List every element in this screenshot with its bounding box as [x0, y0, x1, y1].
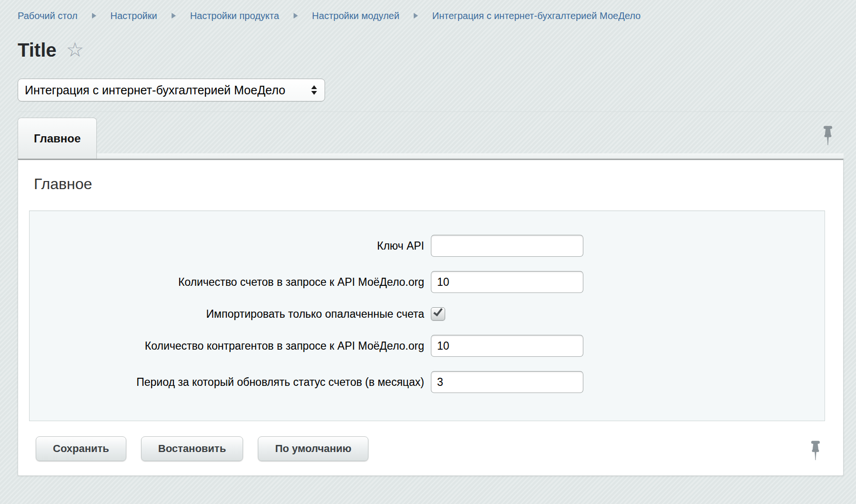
breadcrumb: Рабочий стол Настройки Настройки продукт… [18, 0, 844, 22]
form-row-status-period: Период за который обновлять статус счето… [30, 371, 825, 393]
pushpin-icon[interactable] [822, 125, 834, 148]
page-title: Title [18, 39, 57, 61]
save-button[interactable]: Сохранить [36, 436, 126, 461]
status-period-label: Период за который обновлять статус счето… [30, 375, 424, 389]
form-row-invoice-count: Количество счетов в запросе к API МоёДел… [30, 271, 825, 293]
module-select-row: Интеграция с интернет-бухгалтерией МоеДе… [18, 79, 844, 101]
tab-main[interactable]: Главное [18, 118, 97, 159]
invoice-count-input[interactable] [431, 271, 583, 293]
breadcrumb-item-desktop[interactable]: Рабочий стол [18, 10, 78, 21]
status-period-control [431, 371, 583, 393]
invoice-count-label: Количество счетов в запросе к API МоёДел… [30, 275, 424, 289]
chevron-right-icon [172, 13, 176, 19]
title-row: Title ☆ [18, 39, 844, 61]
chevron-right-icon [92, 13, 96, 19]
buttons-row: Сохранить Востановить По умолчанию [36, 436, 832, 461]
contractor-count-label: Количество контрагентов в запросе к API … [30, 339, 424, 353]
form-row-paid-only: Импортировать только опалаченные счета [30, 307, 825, 321]
chevron-right-icon [294, 13, 298, 19]
favorite-star-icon[interactable]: ☆ [66, 40, 84, 60]
paid-only-label: Импортировать только опалаченные счета [30, 307, 424, 321]
checkmark-icon [433, 306, 443, 316]
contractor-count-input[interactable] [431, 335, 583, 357]
tabs-area: Главное [18, 111, 844, 159]
breadcrumb-item-module-settings[interactable]: Настройки модулей [312, 10, 399, 21]
default-button[interactable]: По умолчанию [258, 436, 368, 461]
form-row-api-key: Ключ API [30, 235, 825, 257]
breadcrumb-item-moedelo-integration[interactable]: Интеграция с интернет-бухгалтерией МоеДе… [432, 10, 641, 21]
module-select[interactable]: Интеграция с интернет-бухгалтерией МоеДе… [18, 79, 325, 101]
tab-main-label: Главное [34, 132, 81, 145]
api-key-control [431, 235, 583, 257]
tab-band [18, 153, 844, 159]
tabs-row [18, 118, 844, 153]
module-select-wrap: Интеграция с интернет-бухгалтерией МоеДе… [18, 79, 325, 101]
pushpin-icon[interactable] [809, 440, 822, 463]
breadcrumb-item-product-settings[interactable]: Настройки продукта [190, 10, 279, 21]
status-period-input[interactable] [431, 371, 583, 393]
restore-button[interactable]: Востановить [141, 436, 243, 461]
settings-form: Ключ API Количество счетов в запросе к A… [29, 211, 825, 421]
paid-only-control [431, 307, 445, 321]
form-row-contractor-count: Количество контрагентов в запросе к API … [30, 335, 825, 357]
page-content: Рабочий стол Настройки Настройки продукт… [18, 0, 844, 476]
api-key-label: Ключ API [30, 239, 424, 252]
breadcrumb-item-settings[interactable]: Настройки [111, 10, 157, 21]
paid-only-checkbox[interactable] [431, 307, 445, 321]
contractor-count-control [431, 335, 583, 357]
settings-panel: Главное Ключ API Количество счетов в зап… [18, 159, 844, 476]
api-key-input[interactable] [431, 235, 583, 257]
invoice-count-control [431, 271, 583, 293]
chevron-right-icon [414, 13, 418, 19]
panel-heading: Главное [34, 174, 832, 193]
